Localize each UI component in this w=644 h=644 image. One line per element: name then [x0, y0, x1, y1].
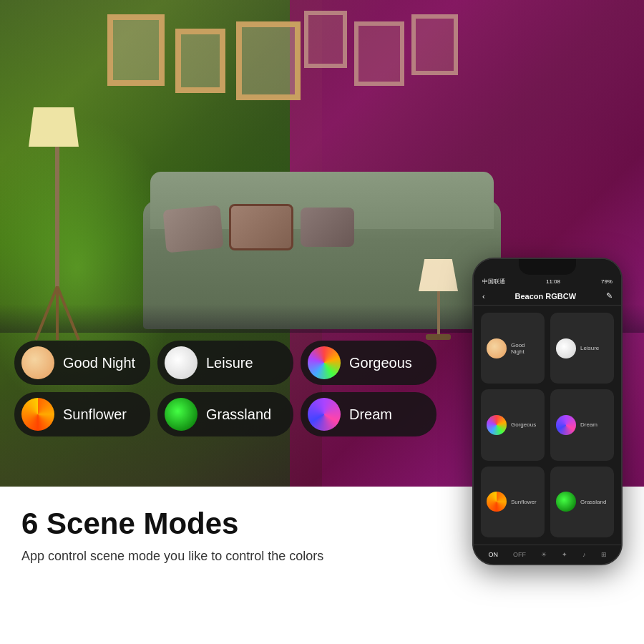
scene-icon-goodnight [21, 346, 54, 379]
edit-icon[interactable]: ✎ [606, 291, 613, 301]
scene-card-sunflower[interactable]: Sunflower [14, 392, 150, 436]
heading-6-scene-modes: 6 Scene Modes [21, 507, 451, 541]
frame-2 [175, 29, 225, 93]
lamp-pole [55, 147, 59, 290]
scene-icon-leisure [165, 346, 197, 379]
description-text: App control scene mode you like to contr… [21, 547, 451, 566]
footer-off-button[interactable]: OFF [513, 551, 526, 558]
scene-icon-gorgeous [308, 346, 341, 379]
phone-scene-icon-sunflower [487, 492, 507, 512]
scene-label-good-night: Good Night [63, 355, 135, 371]
phone-scene-leisure[interactable]: Leisure [550, 313, 614, 384]
phone-scene-dream[interactable]: Dream [550, 389, 614, 460]
phone-scene-sunflower[interactable]: Sunflower [481, 467, 545, 537]
scene-card-good-night[interactable]: Good Night [14, 341, 150, 385]
scene-card-leisure[interactable]: Leisure [157, 341, 293, 385]
scene-icon-grassland [165, 398, 197, 431]
scene-label-grassland: Grassland [206, 406, 271, 423]
scene-icon-dream [308, 398, 341, 431]
phone-scene-icon-leisure [556, 338, 576, 358]
left-floor-lamp [29, 107, 86, 343]
lamp-shade [29, 107, 79, 147]
phone-scene-grassland[interactable]: Grassland [550, 467, 614, 537]
time-text: 11:08 [546, 278, 560, 285]
phone-screen: 中国联通 11:08 79% ‹ Beacon RGBCW ✎ Good Nig… [474, 259, 621, 564]
phone-scene-grid: Good Night Leisure Gorgeous Dream Sunflo… [474, 306, 621, 545]
scene-row-1: Good Night Leisure Gorgeous [14, 341, 436, 385]
pillow-1 [163, 205, 224, 253]
scene-card-dream[interactable]: Dream [301, 392, 436, 436]
footer-on-button[interactable]: ON [489, 551, 499, 558]
pillow-3 [301, 208, 354, 247]
phone-scene-good-night[interactable]: Good Night [481, 313, 545, 384]
pillow-2 [229, 204, 293, 250]
phone-scene-icon-goodnight [487, 338, 507, 358]
right-table-lamp [419, 259, 458, 340]
scene-label-sunflower: Sunflower [63, 406, 127, 423]
frame-1 [107, 14, 165, 86]
frame-r3 [411, 14, 458, 75]
phone-header: ‹ Beacon RGBCW ✎ [474, 287, 621, 306]
phone-scene-gorgeous[interactable]: Gorgeous [481, 389, 545, 460]
footer-color-button[interactable]: ✦ [562, 551, 567, 558]
phone-scene-label-dream: Dream [580, 421, 597, 428]
scene-label-dream: Dream [349, 406, 392, 423]
phone-scene-icon-grassland [556, 492, 576, 512]
frame-r1 [304, 11, 347, 68]
phone-notch [519, 259, 576, 275]
battery-text: 79% [601, 278, 613, 285]
phone-scene-label-grassland: Grassland [580, 499, 606, 505]
tripod-legs [29, 286, 86, 343]
right-lamp-pole [437, 291, 440, 334]
footer-scene-button[interactable]: ⊞ [601, 551, 607, 558]
info-section: 6 Scene Modes App control scene mode you… [0, 487, 472, 644]
scene-row-2: Sunflower Grassland Dream [14, 392, 436, 436]
footer-music-button[interactable]: ♪ [582, 551, 586, 558]
main-container: Good Night Leisure Gorgeous Sunf [0, 0, 644, 644]
svg-line-0 [36, 286, 57, 340]
footer-brightness-button[interactable]: ☀ [541, 551, 547, 558]
phone-scene-label-gorgeous: Gorgeous [511, 421, 536, 428]
phone-status-bar: 中国联通 11:08 79% [474, 275, 621, 287]
scene-card-grassland[interactable]: Grassland [157, 392, 293, 436]
svg-line-2 [57, 286, 79, 340]
carrier-text: 中国联通 [482, 278, 505, 286]
phone-footer: ON OFF ☀ ✦ ♪ ⊞ [474, 545, 621, 564]
phone-scene-icon-gorgeous [487, 415, 507, 435]
scene-cards-overlay: Good Night Leisure Gorgeous Sunf [14, 341, 436, 436]
phone-scene-label-sunflower: Sunflower [511, 499, 537, 505]
scene-icon-sunflower [21, 398, 54, 431]
right-lamp-base [426, 334, 451, 340]
scene-card-gorgeous[interactable]: Gorgeous [301, 341, 436, 385]
phone-scene-label-leisure: Leisure [580, 345, 599, 351]
phone-scene-icon-dream [556, 415, 576, 435]
frame-r2 [354, 21, 404, 86]
scene-label-leisure: Leisure [206, 355, 253, 371]
scene-label-gorgeous: Gorgeous [349, 355, 412, 371]
phone-mockup: 中国联通 11:08 79% ‹ Beacon RGBCW ✎ Good Nig… [472, 258, 623, 565]
phone-scene-label-good-night: Good Night [511, 342, 539, 355]
phone-app-title: Beacon RGBCW [485, 292, 606, 301]
wall-frames-right [304, 11, 458, 154]
frame-3 [236, 21, 301, 100]
right-lamp-shade [419, 259, 458, 291]
